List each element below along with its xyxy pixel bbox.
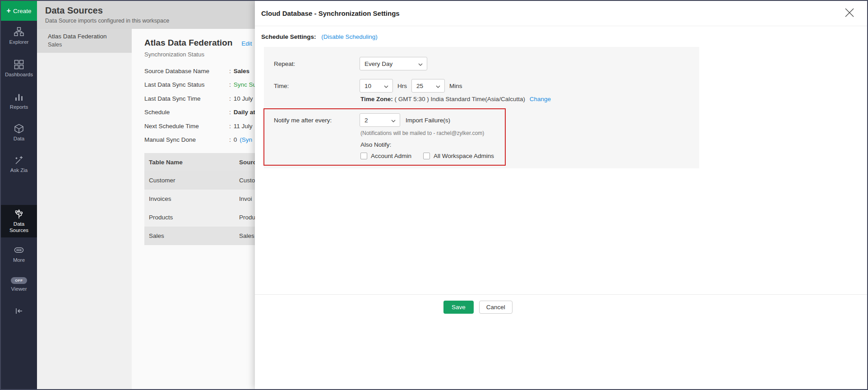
sidebar-item-ask-zia[interactable]: Ask Zia <box>1 155 37 173</box>
create-button[interactable]: + Create <box>1 1 37 21</box>
field-separator: : <box>229 136 231 143</box>
cancel-button[interactable]: Cancel <box>479 301 512 314</box>
app-window: + Create Explorer Dashboards <box>0 0 868 390</box>
disable-scheduling-link[interactable]: (Disable Scheduling) <box>321 33 378 40</box>
close-button[interactable] <box>844 7 855 19</box>
field-separator: : <box>229 123 231 130</box>
also-notify-label: Also Notify: <box>360 141 699 148</box>
save-button[interactable]: Save <box>443 301 474 314</box>
schedule-settings-label: Schedule Settings: <box>261 33 316 40</box>
repeat-select-value: Every Day <box>365 60 392 67</box>
field-label: Source Database Name <box>144 68 229 74</box>
explorer-icon <box>14 27 24 37</box>
table-cell: Custo <box>239 177 255 184</box>
dialog-title: Cloud Database - Synchronization Setting… <box>261 9 400 17</box>
timezone-label: Time Zone: <box>360 96 393 102</box>
viewer-off-toggle[interactable]: OFF <box>11 277 27 284</box>
dialog-actions: Save Cancel <box>443 301 512 314</box>
sidebar-item-data[interactable]: Data <box>1 124 37 141</box>
field-value: Sales <box>234 68 249 74</box>
sidebar-item-label: Viewer <box>11 286 27 292</box>
data-source-list-item[interactable]: Atlas Data Federation Sales <box>37 29 132 53</box>
dashboards-icon <box>14 60 24 70</box>
checkbox-icon <box>360 153 367 159</box>
field-label: Manual Sync Done <box>144 136 229 143</box>
minutes-unit-label: Mins <box>449 83 462 89</box>
chevron-down-icon <box>418 60 423 67</box>
chevron-down-icon <box>384 83 388 89</box>
account-admin-checkbox[interactable]: Account Admin <box>360 153 411 159</box>
close-icon <box>845 12 854 19</box>
sidebar-item-data-sources[interactable]: Data Sources <box>1 205 37 237</box>
sync-now-link[interactable]: (Syn <box>240 136 252 143</box>
hours-select-value: 10 <box>365 83 371 89</box>
notify-label: Notify me after every: <box>274 117 360 124</box>
data-sources-plug-icon <box>14 209 24 219</box>
sidebar-item-reports[interactable]: Reports <box>1 92 37 110</box>
failure-count-value: 2 <box>365 117 368 124</box>
sidebar-item-label: Reports <box>10 104 28 110</box>
sidebar-item-dashboards[interactable]: Dashboards <box>1 60 37 77</box>
more-ellipsis-icon <box>14 245 24 255</box>
sidebar-item-explorer[interactable]: Explorer <box>1 27 37 45</box>
table-column-header: Table Name <box>149 159 239 166</box>
field-value: 0 <box>234 136 237 143</box>
all-workspace-admins-checkbox[interactable]: All Workspace Admins <box>423 153 494 159</box>
field-value: Daily at <box>234 109 255 116</box>
collapse-arrow-icon <box>14 306 24 316</box>
timezone-change-link[interactable]: Change <box>530 96 551 102</box>
field-label: Last Data Sync Time <box>144 95 229 102</box>
minutes-select-value: 25 <box>416 83 423 89</box>
field-label: Last Data Sync Status <box>144 81 229 88</box>
detail-title: Atlas Data Federation <box>144 38 232 48</box>
field-value: 11 July <box>234 123 253 130</box>
sidebar-item-more[interactable]: More <box>1 245 37 263</box>
hours-select[interactable]: 10 <box>360 79 393 93</box>
sidebar-item-label: More <box>13 257 25 263</box>
chevron-down-icon <box>391 117 396 124</box>
schedule-panel: Repeat: Every Day Time: 10 Hrs <box>264 47 699 168</box>
data-source-name: Atlas Data Federation <box>48 33 126 40</box>
sidebar: + Create Explorer Dashboards <box>1 1 37 389</box>
table-cell: Sales <box>149 232 239 239</box>
data-source-list: Atlas Data Federation Sales <box>37 29 132 389</box>
sidebar-item-label: Ask Zia <box>10 167 28 173</box>
repeat-row: Repeat: Every Day <box>274 57 699 70</box>
table-column-header: Sourc <box>239 159 256 166</box>
table-cell: Invoices <box>149 195 239 202</box>
sidebar-collapse-button[interactable] <box>1 306 37 316</box>
schedule-settings-row: Schedule Settings: (Disable Scheduling) <box>261 33 867 40</box>
field-value: 10 July <box>234 95 253 102</box>
hours-unit-label: Hrs <box>397 83 407 89</box>
table-cell: Produ <box>239 214 255 221</box>
table-cell: Sales <box>239 232 254 239</box>
timezone-value: ( GMT 5:30 ) India Standard Time(Asia/Ca… <box>395 96 525 102</box>
import-failures-label: Import Failure(s) <box>406 117 450 124</box>
sync-settings-dialog: Cloud Database - Synchronization Setting… <box>255 1 867 389</box>
repeat-select[interactable]: Every Day <box>360 57 427 70</box>
chevron-down-icon <box>436 83 440 89</box>
also-notify-options: Account Admin All Workspace Admins <box>360 153 699 159</box>
field-value: Sync Su <box>234 81 256 88</box>
ask-zia-icon <box>14 155 24 165</box>
minutes-select[interactable]: 25 <box>411 79 445 93</box>
time-label: Time: <box>274 83 360 89</box>
reports-icon <box>14 92 24 102</box>
table-cell: Products <box>149 214 239 221</box>
failure-count-select[interactable]: 2 <box>360 113 400 127</box>
table-cell: Customer <box>149 177 239 184</box>
checkbox-icon <box>423 153 430 159</box>
sidebar-item-label: Data <box>14 136 24 141</box>
footer-divider <box>255 294 867 295</box>
edit-link[interactable]: Edit <box>241 40 252 47</box>
checkbox-label: Account Admin <box>371 153 411 159</box>
data-source-subtitle: Sales <box>48 42 126 48</box>
sidebar-item-viewer[interactable]: OFF Viewer <box>1 277 37 292</box>
notify-note: (Notifications will be mailed to - rache… <box>360 130 699 136</box>
create-button-label: Create <box>13 8 32 14</box>
field-separator: : <box>229 81 231 88</box>
data-cube-icon <box>14 124 24 134</box>
checkbox-label: All Workspace Admins <box>434 153 494 159</box>
field-separator: : <box>229 95 231 102</box>
repeat-label: Repeat: <box>274 60 360 67</box>
